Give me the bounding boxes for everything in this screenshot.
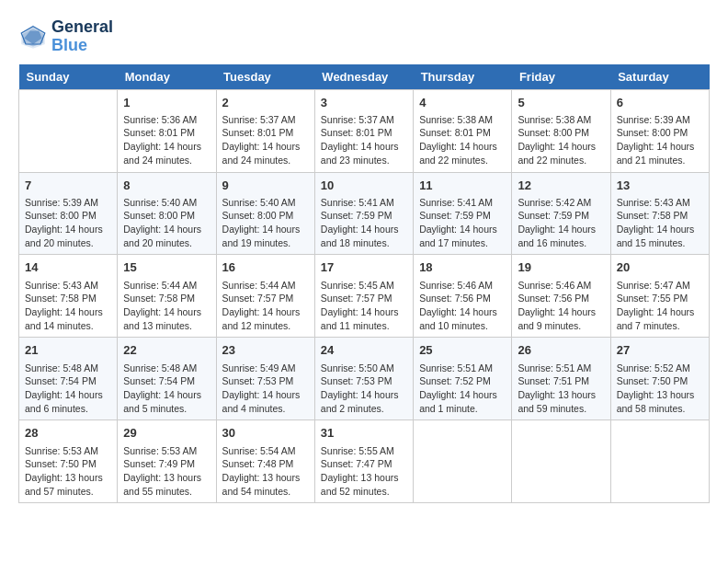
day-info: Sunrise: 5:40 AM Sunset: 8:00 PM Dayligh… xyxy=(222,196,309,250)
day-cell: 18Sunrise: 5:46 AM Sunset: 7:56 PM Dayli… xyxy=(414,255,512,338)
day-info: Sunrise: 5:48 AM Sunset: 7:54 PM Dayligh… xyxy=(123,362,210,416)
day-number: 10 xyxy=(321,178,407,194)
header-cell-wednesday: Wednesday xyxy=(314,64,413,90)
week-row-2: 7Sunrise: 5:39 AM Sunset: 8:00 PM Daylig… xyxy=(19,172,710,255)
page-header: GeneralBlue xyxy=(18,18,710,55)
day-info: Sunrise: 5:53 AM Sunset: 7:50 PM Dayligh… xyxy=(25,444,111,499)
header-row: SundayMondayTuesdayWednesdayThursdayFrid… xyxy=(19,64,710,90)
day-number: 22 xyxy=(123,342,210,359)
day-number: 21 xyxy=(25,342,111,359)
logo-text: GeneralBlue xyxy=(51,18,113,55)
day-cell: 21Sunrise: 5:48 AM Sunset: 7:54 PM Dayli… xyxy=(19,338,118,420)
day-cell: 5Sunrise: 5:38 AM Sunset: 8:00 PM Daylig… xyxy=(512,89,610,172)
day-cell: 29Sunrise: 5:53 AM Sunset: 7:49 PM Dayli… xyxy=(118,420,216,503)
day-cell: 7Sunrise: 5:39 AM Sunset: 8:00 PM Daylig… xyxy=(19,172,118,255)
header-cell-sunday: Sunday xyxy=(19,64,118,90)
day-cell: 1Sunrise: 5:36 AM Sunset: 8:01 PM Daylig… xyxy=(118,89,216,172)
day-cell: 14Sunrise: 5:43 AM Sunset: 7:58 PM Dayli… xyxy=(19,255,118,338)
day-number: 2 xyxy=(222,95,309,111)
day-cell: 6Sunrise: 5:39 AM Sunset: 8:00 PM Daylig… xyxy=(610,89,709,172)
day-info: Sunrise: 5:41 AM Sunset: 7:59 PM Dayligh… xyxy=(321,196,407,250)
day-info: Sunrise: 5:51 AM Sunset: 7:52 PM Dayligh… xyxy=(419,362,506,416)
day-info: Sunrise: 5:46 AM Sunset: 7:56 PM Dayligh… xyxy=(419,279,506,333)
day-cell: 2Sunrise: 5:37 AM Sunset: 8:01 PM Daylig… xyxy=(216,89,314,172)
day-cell: 31Sunrise: 5:55 AM Sunset: 7:47 PM Dayli… xyxy=(314,420,413,503)
day-info: Sunrise: 5:37 AM Sunset: 8:01 PM Dayligh… xyxy=(321,113,407,167)
day-number: 24 xyxy=(321,342,407,359)
day-info: Sunrise: 5:39 AM Sunset: 8:00 PM Dayligh… xyxy=(617,113,703,167)
day-info: Sunrise: 5:47 AM Sunset: 7:55 PM Dayligh… xyxy=(617,279,703,333)
header-cell-thursday: Thursday xyxy=(414,64,512,90)
day-info: Sunrise: 5:54 AM Sunset: 7:48 PM Dayligh… xyxy=(222,444,309,499)
day-cell xyxy=(512,420,610,503)
day-info: Sunrise: 5:45 AM Sunset: 7:57 PM Dayligh… xyxy=(321,279,407,333)
day-info: Sunrise: 5:44 AM Sunset: 7:58 PM Dayligh… xyxy=(123,279,210,333)
logo: GeneralBlue xyxy=(18,18,113,55)
day-number: 12 xyxy=(518,178,604,194)
day-cell: 23Sunrise: 5:49 AM Sunset: 7:53 PM Dayli… xyxy=(216,338,314,420)
day-cell: 12Sunrise: 5:42 AM Sunset: 7:59 PM Dayli… xyxy=(512,172,610,255)
day-info: Sunrise: 5:40 AM Sunset: 8:00 PM Dayligh… xyxy=(123,196,210,250)
day-cell: 25Sunrise: 5:51 AM Sunset: 7:52 PM Dayli… xyxy=(414,338,512,420)
day-info: Sunrise: 5:43 AM Sunset: 7:58 PM Dayligh… xyxy=(617,196,703,250)
day-cell: 30Sunrise: 5:54 AM Sunset: 7:48 PM Dayli… xyxy=(216,420,314,503)
day-number: 7 xyxy=(25,178,111,194)
day-cell: 22Sunrise: 5:48 AM Sunset: 7:54 PM Dayli… xyxy=(118,338,216,420)
day-cell: 20Sunrise: 5:47 AM Sunset: 7:55 PM Dayli… xyxy=(610,255,709,338)
day-number: 30 xyxy=(222,425,309,442)
header-cell-monday: Monday xyxy=(118,64,216,90)
day-info: Sunrise: 5:36 AM Sunset: 8:01 PM Dayligh… xyxy=(123,113,210,167)
day-info: Sunrise: 5:51 AM Sunset: 7:51 PM Dayligh… xyxy=(518,362,604,416)
day-cell: 8Sunrise: 5:40 AM Sunset: 8:00 PM Daylig… xyxy=(118,172,216,255)
day-info: Sunrise: 5:49 AM Sunset: 7:53 PM Dayligh… xyxy=(222,362,309,416)
day-cell: 17Sunrise: 5:45 AM Sunset: 7:57 PM Dayli… xyxy=(314,255,413,338)
day-info: Sunrise: 5:48 AM Sunset: 7:54 PM Dayligh… xyxy=(25,362,111,416)
day-number: 20 xyxy=(617,259,703,276)
day-cell: 26Sunrise: 5:51 AM Sunset: 7:51 PM Dayli… xyxy=(512,338,610,420)
day-cell: 9Sunrise: 5:40 AM Sunset: 8:00 PM Daylig… xyxy=(216,172,314,255)
day-info: Sunrise: 5:37 AM Sunset: 8:01 PM Dayligh… xyxy=(222,113,309,167)
day-number: 9 xyxy=(222,178,309,194)
day-info: Sunrise: 5:39 AM Sunset: 8:00 PM Dayligh… xyxy=(25,196,111,250)
day-cell xyxy=(610,420,709,503)
header-cell-saturday: Saturday xyxy=(610,64,709,90)
day-number: 3 xyxy=(321,95,407,111)
day-info: Sunrise: 5:50 AM Sunset: 7:53 PM Dayligh… xyxy=(321,362,407,416)
day-info: Sunrise: 5:38 AM Sunset: 8:00 PM Dayligh… xyxy=(518,113,604,167)
header-cell-tuesday: Tuesday xyxy=(216,64,314,90)
day-number: 5 xyxy=(518,95,604,111)
day-info: Sunrise: 5:38 AM Sunset: 8:01 PM Dayligh… xyxy=(419,113,506,167)
day-number: 1 xyxy=(123,95,210,111)
day-number: 4 xyxy=(419,95,506,111)
day-info: Sunrise: 5:53 AM Sunset: 7:49 PM Dayligh… xyxy=(123,444,210,499)
calendar-table: SundayMondayTuesdayWednesdayThursdayFrid… xyxy=(18,64,710,504)
day-cell: 16Sunrise: 5:44 AM Sunset: 7:57 PM Dayli… xyxy=(216,255,314,338)
week-row-4: 21Sunrise: 5:48 AM Sunset: 7:54 PM Dayli… xyxy=(19,338,710,420)
day-number: 19 xyxy=(518,259,604,276)
day-cell: 4Sunrise: 5:38 AM Sunset: 8:01 PM Daylig… xyxy=(414,89,512,172)
day-number: 18 xyxy=(419,259,506,276)
day-number: 23 xyxy=(222,342,309,359)
day-number: 13 xyxy=(617,178,703,194)
day-number: 11 xyxy=(419,178,506,194)
header-cell-friday: Friday xyxy=(512,64,610,90)
day-info: Sunrise: 5:55 AM Sunset: 7:47 PM Dayligh… xyxy=(321,444,407,499)
day-info: Sunrise: 5:44 AM Sunset: 7:57 PM Dayligh… xyxy=(222,279,309,333)
logo-icon xyxy=(18,22,48,52)
day-number: 16 xyxy=(222,259,309,276)
day-number: 14 xyxy=(25,259,111,276)
day-cell: 24Sunrise: 5:50 AM Sunset: 7:53 PM Dayli… xyxy=(314,338,413,420)
day-number: 26 xyxy=(518,342,604,359)
week-row-3: 14Sunrise: 5:43 AM Sunset: 7:58 PM Dayli… xyxy=(19,255,710,338)
week-row-5: 28Sunrise: 5:53 AM Sunset: 7:50 PM Dayli… xyxy=(19,420,710,503)
day-cell: 15Sunrise: 5:44 AM Sunset: 7:58 PM Dayli… xyxy=(118,255,216,338)
day-info: Sunrise: 5:52 AM Sunset: 7:50 PM Dayligh… xyxy=(617,362,703,416)
day-number: 25 xyxy=(419,342,506,359)
day-cell: 27Sunrise: 5:52 AM Sunset: 7:50 PM Dayli… xyxy=(610,338,709,420)
day-cell: 28Sunrise: 5:53 AM Sunset: 7:50 PM Dayli… xyxy=(19,420,118,503)
calendar-body: 1Sunrise: 5:36 AM Sunset: 8:01 PM Daylig… xyxy=(19,89,710,503)
day-number: 28 xyxy=(25,425,111,442)
day-number: 27 xyxy=(617,342,703,359)
day-info: Sunrise: 5:42 AM Sunset: 7:59 PM Dayligh… xyxy=(518,196,604,250)
day-number: 31 xyxy=(321,425,407,442)
